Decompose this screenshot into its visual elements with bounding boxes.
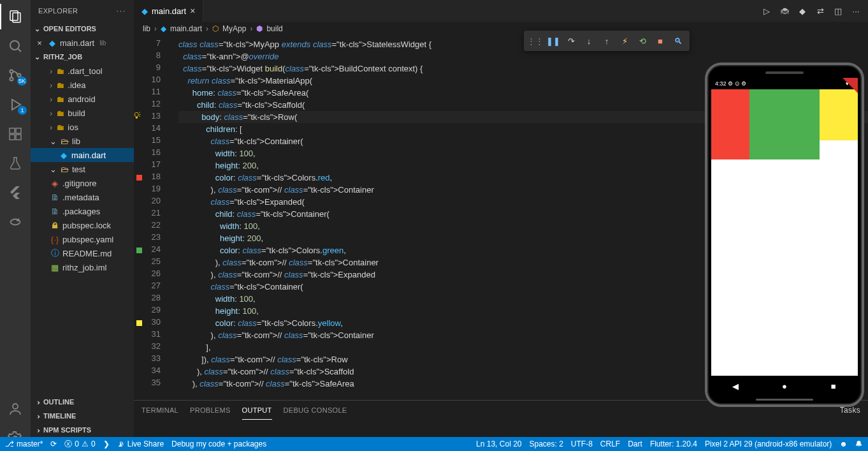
activity-bar: 5K 1 (0, 0, 31, 451)
tab-title: main.dart (152, 6, 186, 16)
device-indicator[interactable]: Pixel 2 API 29 (android-x86 emulator) (705, 437, 832, 451)
file-item[interactable]: 🗎.metadata (31, 190, 134, 204)
stop-icon[interactable]: ■ (653, 33, 668, 48)
explorer-icon[interactable] (0, 4, 31, 29)
outline-section[interactable]: ⌄OUTLINE (31, 395, 134, 409)
dart-file-icon: ◆ (47, 38, 57, 48)
svg-point-10 (13, 404, 18, 409)
split-editor-icon[interactable]: ◫ (832, 5, 844, 17)
debug-toolbar[interactable]: ⋮⋮ ❚❚ ↷ ↓ ↑ ⚡︎ ⟲ ■ 🔍︎ (524, 31, 690, 51)
branch-icon: ⎇ (5, 440, 14, 448)
android-status-bar: 4:32 ⚙ ⊙ ⚙▾ ▮ (711, 78, 858, 89)
folder-item[interactable]: ›🖿android (31, 92, 134, 106)
folder-item[interactable]: ›🖿.idea (31, 78, 134, 92)
file-item[interactable]: ⓘREADME.md (31, 246, 134, 260)
phone-screen[interactable]: 4:32 ⚙ ⊙ ⚙▾ ▮ (711, 78, 858, 376)
source-control-icon[interactable]: 5K (0, 63, 31, 88)
compare-icon[interactable]: ⇄ (814, 5, 826, 17)
eol-indicator[interactable]: CRLF (600, 437, 620, 451)
run-debug-icon[interactable]: 🐞︎ (779, 5, 790, 17)
overview-icon[interactable]: ■ (828, 381, 839, 391)
scm-badge: 5K (17, 77, 27, 85)
file-item[interactable]: {·}pubspec.yaml (31, 232, 134, 246)
share-icon[interactable] (0, 209, 31, 235)
dart-file-icon: ◆ (59, 150, 69, 160)
folder-icon: 🖿 (55, 122, 65, 132)
notifications-icon[interactable]: 🔔︎ (855, 437, 863, 451)
color-swatch-icon (136, 175, 142, 181)
panel-tab-terminal[interactable]: TERMINAL (141, 401, 178, 420)
file-item[interactable]: 🗎.packages (31, 204, 134, 218)
panel-source-selector[interactable]: Tasks (840, 406, 860, 415)
file-item[interactable]: ▦rithz_job.iml (31, 260, 134, 274)
close-icon[interactable]: × (34, 38, 45, 48)
folder-icon: 🖿 (55, 66, 65, 76)
folder-open-icon: 🗁 (59, 164, 69, 174)
folder-item-lib[interactable]: ⌄🗁lib (31, 134, 134, 148)
encoding-indicator[interactable]: UTF-8 (571, 437, 593, 451)
restart-icon[interactable]: ⟲ (635, 33, 650, 48)
close-tab-icon[interactable]: × (190, 6, 195, 16)
flutter-icon[interactable] (0, 180, 31, 205)
folder-item[interactable]: ›🖿ios (31, 120, 134, 134)
open-editors-section[interactable]: ⌄OPEN EDITORS (31, 22, 134, 36)
file-item[interactable]: 🔒︎pubspec.lock (31, 218, 134, 232)
debug-scope[interactable]: Debug my code + packages (171, 437, 266, 451)
android-nav-bar[interactable]: ◀ ● ■ (711, 376, 858, 396)
more-actions-icon[interactable]: ··· (850, 5, 862, 17)
lock-file-icon: 🔒︎ (50, 220, 60, 230)
folder-item-test[interactable]: ⌄🗁test (31, 162, 134, 176)
panel-tab-output[interactable]: OUTPUT (242, 401, 272, 420)
debug-ribbon-icon (843, 78, 858, 93)
feedback-icon[interactable]: ☻ (839, 437, 848, 451)
git-branch[interactable]: ⎇master* (5, 437, 43, 451)
step-into-icon[interactable]: ↓ (581, 33, 597, 48)
tab-main-dart[interactable]: ◆ main.dart × (134, 0, 203, 22)
drag-handle-icon[interactable]: ⋮⋮ (528, 33, 543, 48)
flutter-version[interactable]: Flutter: 1.20.4 (650, 437, 697, 451)
yaml-file-icon: {·} (50, 234, 60, 244)
diff-icon[interactable]: ◆ (797, 5, 808, 17)
breadcrumb[interactable]: lib› ◆main.dart› ⬡MyApp› ⬢build (134, 22, 868, 36)
yellow-container (820, 89, 858, 140)
back-icon[interactable]: ◀ (730, 381, 741, 391)
home-icon[interactable]: ● (779, 381, 790, 391)
folder-item[interactable]: ›🖿build (31, 106, 134, 120)
search-icon[interactable] (0, 33, 31, 59)
lightbulb-icon[interactable]: 💡︎ (134, 111, 136, 121)
pause-icon[interactable]: ❚❚ (546, 33, 561, 48)
step-out-icon[interactable]: ↑ (599, 33, 614, 48)
more-icon[interactable]: ··· (117, 7, 126, 15)
android-emulator[interactable]: 4:32 ⚙ ⊙ ⚙▾ ▮ ◀ ● ■ (705, 63, 864, 407)
timeline-section[interactable]: ⌄TIMELINE (31, 409, 134, 423)
indent-indicator[interactable]: Spaces: 2 (529, 437, 563, 451)
sync-button[interactable]: ⟳ (50, 437, 57, 451)
folder-icon: 🖿 (55, 94, 65, 104)
folder-item[interactable]: ›🖿.dart_tool (31, 64, 134, 78)
cursor-position[interactable]: Ln 13, Col 20 (476, 437, 521, 451)
file-main-dart[interactable]: ◆main.dart (31, 148, 134, 162)
dart-file-icon: ◆ (141, 6, 148, 16)
step-over-icon[interactable]: ↷ (563, 33, 579, 48)
open-editor-item[interactable]: × ◆ main.dart lib (31, 36, 134, 50)
svg-point-2 (10, 41, 19, 50)
svg-point-4 (10, 78, 13, 81)
file-item[interactable]: ◈.gitignore (31, 176, 134, 190)
live-share[interactable]: 📡︎Live Share (117, 437, 164, 451)
project-section[interactable]: ⌄RITHZ_JOB (31, 50, 134, 64)
panel-tab-problems[interactable]: PROBLEMS (190, 401, 231, 420)
accounts-icon[interactable] (0, 396, 31, 422)
run-icon[interactable]: 1 (0, 92, 31, 117)
error-icon: ⓧ (64, 439, 72, 450)
run-file-icon[interactable]: ▷ (761, 5, 772, 17)
iml-file-icon: ▦ (50, 262, 60, 272)
language-indicator[interactable]: Dart (628, 437, 642, 451)
errors-indicator[interactable]: ⓧ0 ⚠0 (64, 437, 95, 451)
port-indicator[interactable]: ❯ (103, 437, 110, 451)
npm-section[interactable]: ⌄NPM SCRIPTS (31, 423, 134, 437)
panel-tab-debug-console[interactable]: DEBUG CONSOLE (284, 401, 347, 420)
extensions-icon[interactable] (0, 121, 31, 147)
hot-reload-icon[interactable]: ⚡︎ (617, 33, 632, 48)
testing-icon[interactable] (0, 151, 31, 176)
widget-inspector-icon[interactable]: 🔍︎ (670, 33, 686, 48)
